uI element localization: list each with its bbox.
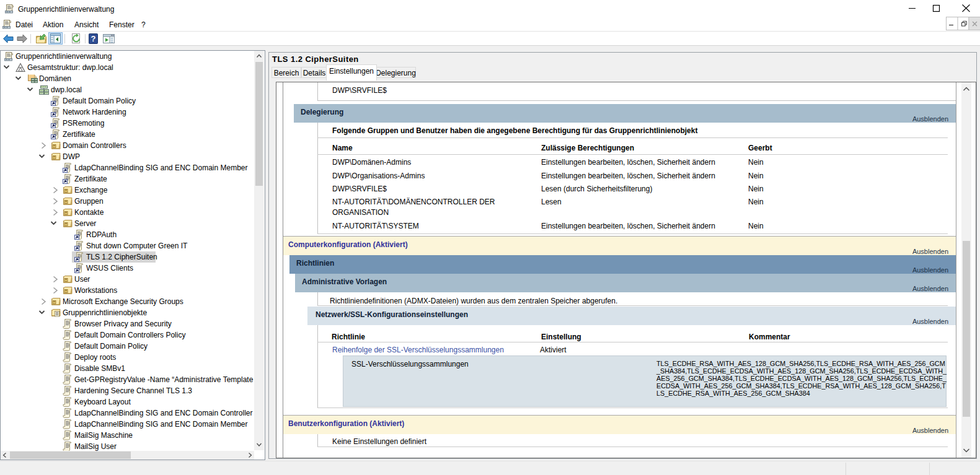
svg-text:?: ? [91, 34, 96, 43]
